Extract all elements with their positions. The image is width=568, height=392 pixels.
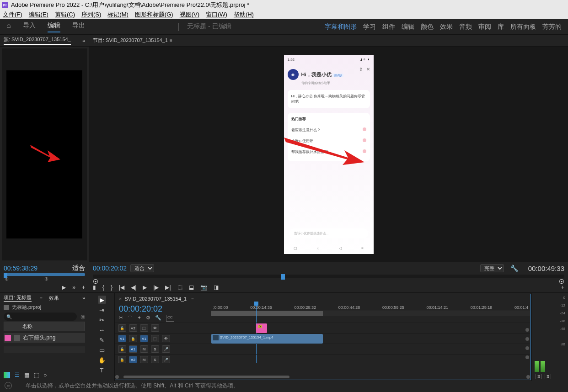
panel-overflow-icon[interactable]: »	[82, 295, 85, 301]
ws-audio[interactable]: 音频	[459, 23, 472, 31]
track-label[interactable]: V2	[129, 324, 137, 332]
ws-assembly[interactable]: 组件	[382, 23, 395, 31]
mic-icon[interactable]: 🎤	[162, 345, 170, 353]
mark-in-icon[interactable]: {	[102, 284, 104, 291]
ws-captions[interactable]: 字幕和图形	[325, 23, 357, 31]
home-icon[interactable]: ⌂	[6, 21, 11, 32]
overflow-icon[interactable]: »	[72, 284, 75, 291]
comparison-icon[interactable]: ◨	[214, 284, 219, 291]
cc-icon[interactable]: CC	[166, 315, 174, 322]
settings-icon[interactable]: ⚙	[146, 315, 150, 322]
source-v1[interactable]: V1	[118, 335, 126, 342]
add-button-icon[interactable]: +	[82, 284, 85, 291]
eye-icon[interactable]: 👁	[151, 324, 159, 332]
project-item-empty[interactable]	[4, 346, 85, 353]
scroll-thumb[interactable]	[123, 376, 289, 378]
lock-icon[interactable]: 🔒	[129, 335, 137, 342]
source-tab[interactable]: 源: SVID_20230707_135154_	[4, 36, 71, 45]
sequence-tab[interactable]: SVID_20230707_135154_1	[124, 296, 187, 302]
menu-view[interactable]: 视图(V)	[180, 11, 199, 19]
panel-menu-icon[interactable]: ≡	[170, 38, 172, 43]
timeline-timecode[interactable]: 00:00:20:02	[119, 304, 208, 314]
lane-v1[interactable]: SVID_20230707_135154_1.mp4	[211, 333, 530, 344]
extract-icon[interactable]: ⬓	[189, 284, 194, 291]
clip-video[interactable]: SVID_20230707_135154_1.mp4	[211, 334, 323, 344]
pen-tool-icon[interactable]: ▭	[98, 346, 106, 354]
play-icon[interactable]: ▶	[62, 284, 66, 291]
creative-cloud-icon[interactable]: ∞	[5, 382, 12, 389]
menu-window[interactable]: 窗口(W)	[206, 11, 227, 19]
icon-view-icon[interactable]: ▦	[24, 372, 29, 378]
menu-sequence[interactable]: 序列(S)	[81, 11, 101, 19]
lane-a1[interactable]	[211, 344, 530, 354]
lift-icon[interactable]: ⬚	[177, 284, 182, 291]
mute-button[interactable]: M	[140, 345, 148, 353]
ws-editing[interactable]: 编辑	[402, 23, 414, 31]
ws-libraries[interactable]: 库	[498, 23, 504, 31]
timeline-ruler[interactable]: ;0:00:00 00:00:14:35 00:00:29:32 00:00:4…	[211, 303, 530, 323]
add-button-icon[interactable]: +	[561, 284, 564, 291]
lock-icon[interactable]: 🔒	[118, 356, 126, 363]
lock-icon[interactable]: 🔒	[118, 345, 126, 353]
scroll-end-icon[interactable]	[526, 375, 530, 379]
solo-button[interactable]: S	[151, 356, 159, 363]
project-item[interactable]: 右下箭头.png	[4, 333, 85, 343]
add-marker-icon[interactable]: ▮	[93, 284, 96, 291]
track-content[interactable]: fx SVID_20230707_135154_1.mp4	[211, 323, 530, 374]
ripple-tool-icon[interactable]: ✂	[98, 316, 106, 324]
menu-graphics[interactable]: 图形和标题(G)	[135, 11, 173, 19]
type-tool-icon[interactable]: T	[98, 366, 106, 374]
wrench-icon[interactable]: 🔧	[510, 265, 518, 272]
track-label[interactable]: V1	[140, 335, 148, 342]
step-back-icon[interactable]: ◀|	[131, 284, 136, 291]
program-viewer[interactable]: 1:52◢ ᯤ ▮ ⇪✕ ◉ Hi，我是小优 测试版 你的专属购物小助手 Hi，…	[89, 47, 568, 262]
menu-markers[interactable]: 标记(M)	[107, 11, 129, 19]
tab-project[interactable]: 项目: 无标题	[4, 294, 32, 302]
hand-tool-icon[interactable]: ✋	[98, 356, 106, 364]
menu-clip[interactable]: 剪辑(C)	[55, 11, 75, 19]
play-icon[interactable]: ▶	[143, 284, 147, 291]
program-quality-select[interactable]: 完整	[480, 264, 504, 272]
tab-effects[interactable]: 效果	[49, 295, 59, 302]
source-viewer[interactable]	[2, 48, 87, 260]
solo-button[interactable]: S	[151, 345, 159, 353]
timeline-hscroll[interactable]	[115, 374, 530, 380]
track-label[interactable]: A1	[129, 345, 137, 353]
track-a2-header[interactable]: 🔒 A2 M S 🎤	[115, 354, 211, 365]
source-timecode[interactable]: 00:59:38:29	[4, 265, 38, 272]
linked-sel-icon[interactable]: ⌒	[128, 315, 133, 322]
ws-custom[interactable]: 芳芳的	[542, 23, 562, 31]
solo-r-button[interactable]: S	[545, 374, 551, 379]
lane-v2[interactable]: fx	[211, 323, 530, 333]
program-tc-left[interactable]: 00:00:20:02	[93, 265, 127, 272]
source-scrub[interactable]	[4, 273, 85, 276]
mic-icon[interactable]: 🎤	[162, 356, 170, 363]
track-a1-header[interactable]: 🔒 A1 M S 🎤	[115, 344, 211, 354]
scroll-end-icon[interactable]	[115, 375, 119, 379]
wrench-icon[interactable]: 🔧	[155, 315, 161, 322]
sync-lock-icon[interactable]: ⬚	[140, 324, 148, 332]
list-view-icon[interactable]: ☰	[15, 372, 20, 378]
source-zoom-label[interactable]: 适合	[72, 264, 85, 272]
panel-menu-icon[interactable]: ≡	[40, 296, 43, 301]
snap-icon[interactable]: ✂	[119, 315, 123, 322]
solo-l-button[interactable]: S	[536, 374, 542, 379]
ws-learning[interactable]: 学习	[363, 23, 376, 31]
mark-out-icon[interactable]: }	[111, 284, 113, 291]
mute-button[interactable]: M	[140, 356, 148, 363]
menu-edit[interactable]: 编辑(E)	[29, 11, 48, 19]
marker-icon[interactable]: ✦	[137, 315, 141, 322]
panel-menu-icon[interactable]: ≡	[191, 297, 194, 302]
menu-help[interactable]: 帮助(H)	[234, 11, 254, 19]
slip-tool-icon[interactable]: ✎	[98, 336, 106, 344]
track-v2-header[interactable]: 🔒 V2 ⬚ 👁	[115, 323, 211, 333]
lane-a2[interactable]	[211, 354, 530, 365]
track-label[interactable]: A2	[129, 356, 137, 363]
clip-graphic[interactable]: fx	[256, 323, 267, 333]
go-out-icon[interactable]: ▶|	[165, 284, 171, 291]
ws-effects[interactable]: 效果	[440, 23, 453, 31]
nav-export[interactable]: 导出	[72, 21, 85, 32]
razor-tool-icon[interactable]: ↔	[98, 326, 106, 334]
track-v1-header[interactable]: V1 🔒 V1 ⬚ 👁	[115, 333, 211, 344]
new-bin-icon[interactable]: ◎	[80, 313, 85, 320]
